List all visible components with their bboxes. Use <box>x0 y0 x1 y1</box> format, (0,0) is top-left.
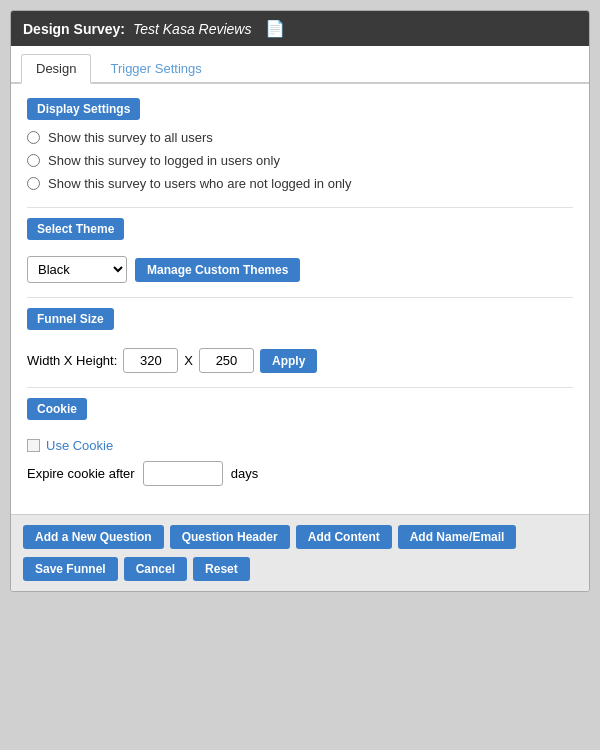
add-name-email-button[interactable]: Add Name/Email <box>398 525 517 549</box>
tab-trigger-settings[interactable]: Trigger Settings <box>95 54 216 82</box>
radio-all-users[interactable]: Show this survey to all users <box>27 130 573 145</box>
expire-input[interactable] <box>143 461 223 486</box>
funnel-size-header: Funnel Size <box>27 308 114 330</box>
theme-section: Select Theme Black White Blue Red Manage… <box>27 218 573 283</box>
use-cookie-link[interactable]: Use Cookie <box>46 438 113 453</box>
apply-button[interactable]: Apply <box>260 349 317 373</box>
width-height-label: Width X Height: <box>27 353 117 368</box>
manage-custom-themes-button[interactable]: Manage Custom Themes <box>135 258 300 282</box>
radio-logged-in[interactable]: Show this survey to logged in users only <box>27 153 573 168</box>
divider-2 <box>27 297 573 298</box>
radio-not-logged-in-input[interactable] <box>27 177 40 190</box>
question-header-button[interactable]: Question Header <box>170 525 290 549</box>
expire-label: Expire cookie after <box>27 466 135 481</box>
radio-all-users-input[interactable] <box>27 131 40 144</box>
cookie-header: Cookie <box>27 398 87 420</box>
divider-1 <box>27 207 573 208</box>
doc-icon: 📄 <box>265 19 285 38</box>
reset-button[interactable]: Reset <box>193 557 250 581</box>
expire-cookie-row: Expire cookie after days <box>27 461 573 486</box>
tab-bar: Design Trigger Settings <box>11 46 589 84</box>
radio-not-logged-in[interactable]: Show this survey to users who are not lo… <box>27 176 573 191</box>
tab-design[interactable]: Design <box>21 54 91 84</box>
action-buttons-row: Add a New Question Question Header Add C… <box>23 525 577 549</box>
cookie-section: Cookie Use Cookie Expire cookie after da… <box>27 398 573 486</box>
days-label: days <box>231 466 258 481</box>
save-funnel-button[interactable]: Save Funnel <box>23 557 118 581</box>
theme-controls: Black White Blue Red Manage Custom Theme… <box>27 256 573 283</box>
title-bar: Design Survey: Test Kasa Reviews 📄 <box>11 11 589 46</box>
survey-name: Test Kasa Reviews <box>133 21 252 37</box>
display-options: Show this survey to all users Show this … <box>27 130 573 191</box>
add-new-question-button[interactable]: Add a New Question <box>23 525 164 549</box>
funnel-controls: Width X Height: X Apply <box>27 348 573 373</box>
main-window: Design Survey: Test Kasa Reviews 📄 Desig… <box>10 10 590 592</box>
x-label: X <box>184 353 193 368</box>
height-input[interactable] <box>199 348 254 373</box>
use-cookie-row: Use Cookie <box>27 438 573 453</box>
divider-3 <box>27 387 573 388</box>
theme-select-dropdown[interactable]: Black White Blue Red <box>27 256 127 283</box>
save-buttons-row: Save Funnel Cancel Reset <box>23 557 577 581</box>
title-label: Design Survey: <box>23 21 125 37</box>
select-theme-header: Select Theme <box>27 218 124 240</box>
use-cookie-checkbox[interactable] <box>27 439 40 452</box>
radio-logged-in-input[interactable] <box>27 154 40 167</box>
funnel-size-section: Funnel Size Width X Height: X Apply <box>27 308 573 373</box>
bottom-bar: Add a New Question Question Header Add C… <box>11 514 589 591</box>
display-settings-header: Display Settings <box>27 98 140 120</box>
add-content-button[interactable]: Add Content <box>296 525 392 549</box>
main-content: Display Settings Show this survey to all… <box>11 84 589 514</box>
cancel-button[interactable]: Cancel <box>124 557 187 581</box>
display-settings-section: Display Settings Show this survey to all… <box>27 98 573 191</box>
width-input[interactable] <box>123 348 178 373</box>
